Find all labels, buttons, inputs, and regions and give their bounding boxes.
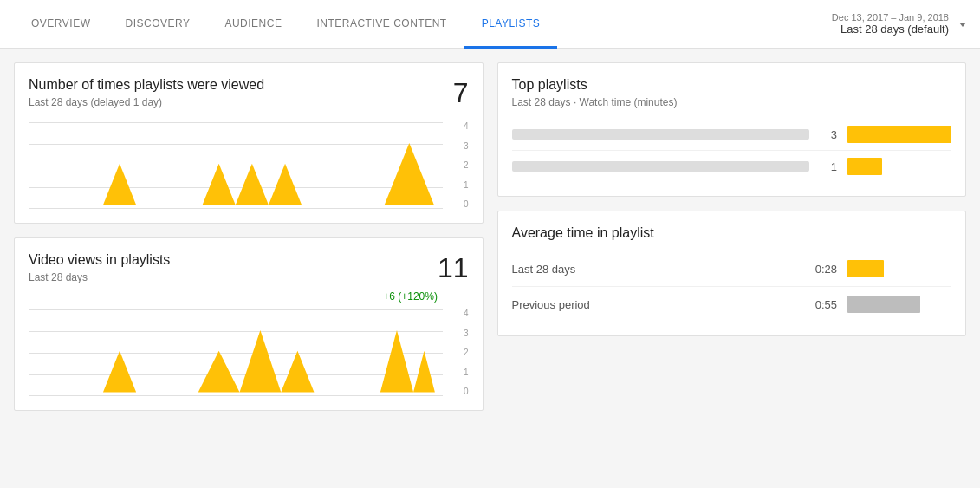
top-playlists-list: 3 1	[512, 119, 952, 182]
video-views-chart: 4 3 2 1 0	[29, 309, 469, 396]
avg-value-current: 0:28	[806, 263, 837, 276]
video-views-header-left: Video views in playlists Last 28 days +6…	[29, 252, 438, 303]
y-label-4: 4	[464, 122, 469, 131]
vy-label-3: 3	[464, 329, 469, 338]
date-preset-text: Last 28 days (default)	[840, 23, 949, 36]
playlist-bar-wrap-1	[847, 126, 951, 143]
vy-label-4: 4	[464, 309, 469, 318]
video-views-subtitle: Last 28 days	[29, 271, 438, 283]
grid-line-v0	[29, 395, 443, 396]
vy-label-0: 0	[464, 387, 469, 396]
nav-tab-discovery[interactable]: DISCOVERY	[107, 1, 207, 49]
average-time-card: Average time in playlist Last 28 days 0:…	[497, 211, 967, 336]
playlist-count-2: 1	[820, 160, 837, 173]
video-chart-labels: 4 3 2 1 0	[445, 309, 469, 396]
playlist-views-chart: 4 3 2 1 0	[29, 122, 469, 209]
bar-peak-1	[103, 164, 136, 205]
date-range-text: Dec 13, 2017 – Jan 9, 2018	[832, 12, 949, 23]
avg-bar-previous	[847, 296, 920, 313]
nav-tab-audience[interactable]: AUDIENCE	[207, 1, 299, 49]
left-column: Number of times playlists were viewed La…	[14, 62, 490, 474]
top-playlists-card: Top playlists Last 28 days · Watch time …	[497, 62, 967, 197]
playlist-views-title: Number of times playlists were viewed	[29, 77, 453, 93]
bar-peak-4	[269, 164, 302, 205]
video-chart-svg	[29, 309, 443, 393]
playlist-bar-2	[847, 158, 882, 175]
playlist-name-2	[512, 161, 810, 172]
v-bar-3	[240, 330, 282, 393]
v-bar-1	[103, 351, 136, 393]
card-header: Number of times playlists were viewed La…	[29, 77, 469, 115]
main-content: Number of times playlists were viewed La…	[0, 49, 980, 488]
top-playlists-subtitle: Last 28 days · Watch time (minutes)	[512, 96, 952, 108]
avg-row-current: Last 28 days 0:28	[512, 251, 952, 287]
date-display: Dec 13, 2017 – Jan 9, 2018 Last 28 days …	[832, 12, 956, 36]
video-views-value: 11	[438, 252, 469, 284]
avg-label-previous: Previous period	[512, 298, 796, 311]
avg-bar-current	[847, 260, 884, 277]
chart-svg	[29, 122, 443, 205]
chart-y-labels: 4 3 2 1 0	[445, 122, 469, 209]
v-bar-4	[281, 351, 314, 393]
vy-label-2: 2	[464, 348, 469, 357]
y-label-0: 0	[464, 200, 469, 209]
nav-tab-interactive-content[interactable]: INTERACTIVE CONTENT	[299, 1, 464, 49]
nav-tab-playlists[interactable]: PLAYLISTS	[464, 1, 558, 49]
y-label-3: 3	[464, 142, 469, 151]
playlist-item-2: 1	[512, 151, 952, 182]
right-column: Top playlists Last 28 days · Watch time …	[490, 62, 967, 474]
video-views-card: Video views in playlists Last 28 days +6…	[14, 237, 484, 411]
video-views-change: +6 (+120%)	[29, 290, 438, 303]
v-bar-2	[198, 351, 240, 393]
playlist-item-1: 3	[512, 119, 952, 151]
bar-peak-3	[236, 164, 269, 205]
date-picker[interactable]: Dec 13, 2017 – Jan 9, 2018 Last 28 days …	[832, 12, 966, 36]
playlist-bar-wrap-2	[847, 158, 951, 175]
v-bar-6	[413, 351, 435, 393]
chevron-down-icon	[959, 23, 966, 27]
v-bar-5	[380, 330, 413, 393]
nav-bar: OVERVIEWDISCOVERYAUDIENCEINTERACTIVE CON…	[0, 0, 980, 49]
vy-label-1: 1	[464, 368, 469, 377]
avg-row-previous: Previous period 0:55	[512, 287, 952, 322]
playlist-name-1	[512, 129, 810, 140]
y-label-2: 2	[464, 161, 469, 170]
playlist-bar-1	[847, 126, 951, 143]
avg-label-current: Last 28 days	[512, 263, 796, 276]
bar-peak-2	[203, 164, 236, 205]
nav-tab-overview[interactable]: OVERVIEW	[14, 1, 107, 49]
avg-bar-wrap-current	[847, 260, 951, 277]
grid-line-0	[29, 208, 443, 209]
playlist-count-1: 3	[820, 128, 837, 141]
y-label-1: 1	[464, 181, 469, 190]
playlist-views-subtitle: Last 28 days (delayed 1 day)	[29, 96, 453, 108]
video-views-header: Video views in playlists Last 28 days +6…	[29, 252, 469, 303]
playlist-views-value: 7	[453, 77, 469, 109]
top-playlists-title: Top playlists	[512, 77, 952, 93]
avg-value-previous: 0:55	[806, 298, 837, 311]
average-time-rows: Last 28 days 0:28 Previous period 0:55	[512, 251, 952, 322]
bar-peak-5	[385, 143, 434, 205]
nav-tabs: OVERVIEWDISCOVERYAUDIENCEINTERACTIVE CON…	[14, 0, 832, 48]
video-views-title: Video views in playlists	[29, 252, 438, 268]
avg-bar-wrap-previous	[847, 296, 951, 313]
card-header-left: Number of times playlists were viewed La…	[29, 77, 453, 115]
average-time-title: Average time in playlist	[512, 225, 952, 241]
playlist-views-card: Number of times playlists were viewed La…	[14, 62, 484, 224]
